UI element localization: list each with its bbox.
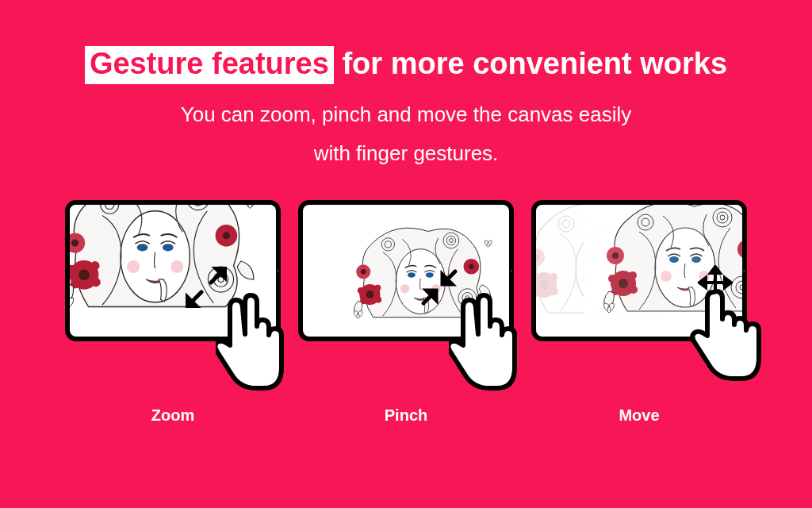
tablet-screen — [70, 205, 276, 337]
svg-marker-36 — [699, 278, 706, 287]
gesture-card-move: Move — [531, 200, 747, 425]
tablet-frame — [65, 200, 281, 341]
tablet-frame — [531, 200, 747, 341]
zoom-out-arrows-icon — [186, 267, 227, 308]
gesture-label: Move — [619, 406, 659, 425]
title-rest: for more convenient works — [334, 47, 727, 80]
tablet-screen — [303, 205, 509, 337]
illustration — [70, 205, 276, 330]
gesture-card-zoom: Zoom — [65, 200, 281, 425]
title-highlight: Gesture features — [85, 46, 334, 84]
gesture-label: Zoom — [151, 406, 194, 425]
pinch-in-arrows-icon — [419, 267, 460, 308]
svg-marker-37 — [725, 278, 731, 287]
subtitle-line-1: You can zoom, pinch and move the canvas … — [181, 102, 632, 126]
move-cross-arrows-icon — [698, 265, 733, 300]
svg-marker-34 — [710, 267, 720, 273]
svg-marker-35 — [710, 292, 720, 298]
page-title: Gesture features for more convenient wor… — [85, 46, 727, 84]
subtitle: You can zoom, pinch and move the canvas … — [181, 95, 632, 174]
gesture-card-pinch: Pinch — [298, 200, 514, 425]
subtitle-line-2: with finger gestures. — [314, 141, 499, 165]
gesture-row: Zoom Pinch — [65, 200, 747, 425]
tablet-frame — [298, 200, 514, 341]
gesture-label: Pinch — [385, 406, 427, 425]
